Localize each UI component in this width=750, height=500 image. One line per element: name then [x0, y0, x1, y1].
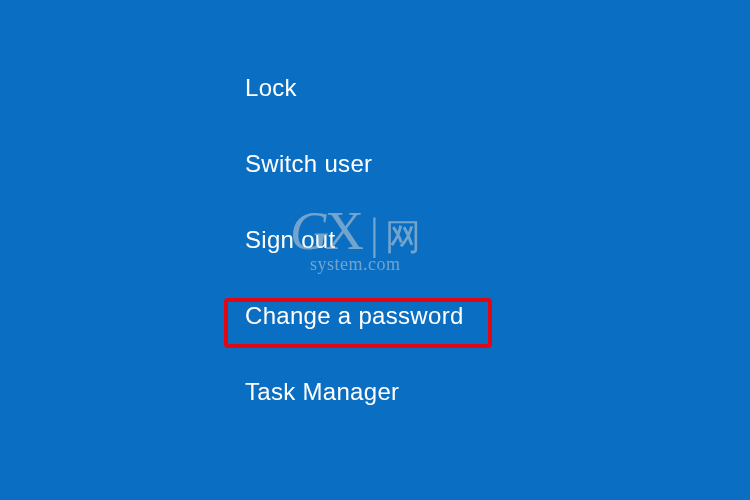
security-options-menu: Lock Switch user Sign out Change a passw… — [245, 70, 464, 410]
lock-option[interactable]: Lock — [245, 70, 464, 106]
sign-out-option[interactable]: Sign out — [245, 222, 464, 258]
change-password-option[interactable]: Change a password — [245, 298, 464, 334]
switch-user-option[interactable]: Switch user — [245, 146, 464, 182]
task-manager-option[interactable]: Task Manager — [245, 374, 464, 410]
